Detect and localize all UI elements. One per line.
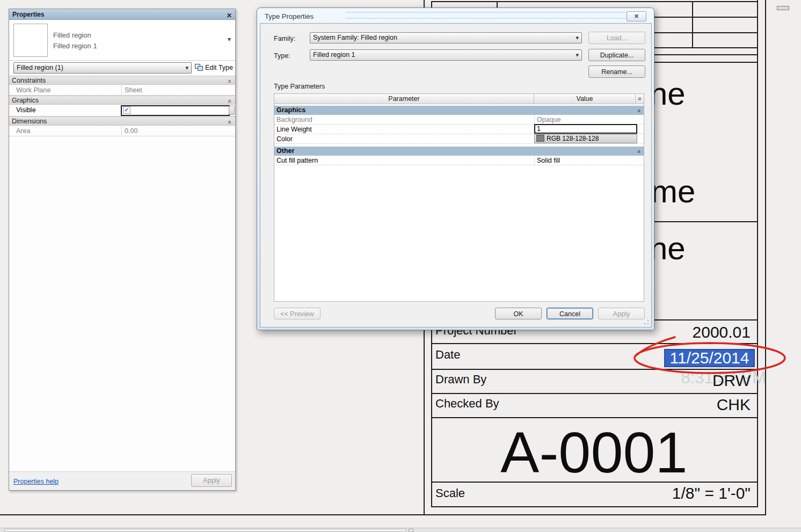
chevron-down-icon[interactable]: ▾ (228, 35, 231, 43)
color-value-text: RGB 128-128-128 (547, 135, 599, 142)
column-divider (121, 126, 122, 136)
associate-parameter-button[interactable] (229, 106, 235, 115)
red-ellipse-annotation (625, 329, 792, 382)
sheet-number-value[interactable]: A-0001 (431, 419, 757, 486)
edit-type-icon (195, 64, 203, 71)
properties-title: Properties (12, 11, 44, 18)
collapse-icon: « (225, 79, 234, 83)
row-value: Sheet (125, 85, 142, 95)
section-label: Constraints (12, 77, 46, 84)
properties-help-link[interactable]: Properties help (13, 478, 59, 485)
glass-reflection (346, 12, 646, 13)
duplicate-button[interactable]: Duplicate... (588, 49, 645, 61)
scale-label: Scale (435, 486, 465, 500)
checked-by-value[interactable]: CHK (591, 396, 751, 414)
preview-family-name: Filled region (53, 31, 91, 39)
dialog-title[interactable]: Type Properties (265, 12, 314, 20)
scrollbar-thumb[interactable] (4, 529, 406, 532)
type-label: Type: (274, 52, 290, 60)
section-header-dimensions[interactable]: Dimensions « (9, 116, 235, 126)
color-value-button[interactable]: RGB 128-128-128 (534, 134, 637, 143)
sheet-line (431, 1, 758, 2)
column-divider (121, 85, 122, 95)
chevron-down-icon: ▾ (185, 63, 188, 73)
type-parameters-table: Parameter Value = Graphics « Background … (274, 93, 644, 302)
ui-artifact (777, 6, 789, 10)
family-value: System Family: Filled region (313, 34, 397, 41)
chevron-down-icon: ▾ (576, 33, 579, 43)
scale-value: 1/8" = 1'-0" (591, 484, 751, 502)
family-dropdown[interactable]: System Family: Filled region ▾ (310, 32, 582, 43)
param-label: Line Weight (276, 125, 312, 134)
section-label: Graphics (12, 97, 39, 104)
collapse-icon: « (225, 120, 234, 124)
apply-button: Apply (598, 308, 645, 319)
titleblock-big-text: me (651, 173, 695, 210)
apply-button: Apply (191, 474, 232, 487)
property-row-visible: Visible ✔ (9, 105, 235, 116)
column-divider (534, 115, 535, 124)
section-label: Dimensions (12, 118, 47, 125)
collapse-icon: « (225, 99, 234, 103)
drawn-by-label: Drawn By (435, 373, 486, 387)
edit-type-button[interactable]: Edit Type (195, 62, 235, 74)
cancel-button[interactable]: Cancel (547, 308, 593, 319)
param-row-background: Background Opaque (274, 115, 644, 125)
dialog-close-icon[interactable]: ✕ (627, 11, 646, 21)
edit-type-label: Edit Type (205, 64, 233, 71)
param-label: Color (276, 134, 293, 144)
preview-type-name: Filled region 1 (53, 42, 97, 50)
scrollbar-notch (409, 529, 413, 532)
family-label: Family: (274, 35, 295, 42)
sheet-line (757, 0, 758, 507)
properties-titlebar[interactable]: Properties ✕ (9, 9, 235, 20)
param-value: Opaque (537, 115, 560, 125)
type-dropdown[interactable]: Filled region 1 ▾ (310, 49, 582, 61)
checked-by-label: Checked By (435, 397, 499, 411)
properties-palette: Properties ✕ Filled region Filled region… (9, 9, 236, 491)
line-weight-input[interactable]: 1 (534, 124, 637, 134)
row-label: Area (16, 126, 30, 136)
revit-drawing-area: ne me ne Project Number 2000.01 Date 8:3… (0, 0, 801, 532)
type-selector-value: Filled region (1) (17, 64, 63, 71)
equalize-column-header[interactable]: = (636, 94, 644, 104)
color-swatch-icon (536, 135, 544, 142)
palette-footer: Properties help Apply (9, 471, 235, 490)
value-column-header: Value (534, 94, 636, 104)
type-value: Filled region 1 (313, 51, 355, 59)
horizontal-scrollbar[interactable] (0, 528, 801, 532)
group-label: Other (276, 147, 294, 155)
sheet-line (431, 417, 758, 418)
row-value: 0.00 (125, 126, 137, 136)
element-preview-area: Filled region Filled region 1 ▾ (9, 20, 235, 61)
group-header-graphics[interactable]: Graphics « (274, 106, 644, 115)
visible-value-field[interactable]: ✔ (121, 105, 230, 116)
preview-button: << Preview (274, 308, 321, 319)
ok-button[interactable]: OK (495, 308, 542, 319)
resize-grip[interactable] (644, 319, 649, 325)
column-divider (534, 156, 535, 165)
param-value[interactable]: Solid fill (537, 156, 560, 165)
dialog-client-area: Family: System Family: Filled region ▾ L… (260, 23, 652, 327)
param-label: Background (276, 115, 312, 125)
parameter-column-header: Parameter (274, 94, 534, 104)
rename-button[interactable]: Rename... (588, 65, 645, 78)
property-row-area: Area 0.00 (9, 126, 235, 136)
sheet-line (431, 506, 758, 507)
section-header-graphics[interactable]: Graphics « (9, 96, 235, 105)
type-selector-dropdown[interactable]: Filled region (1) ▾ (13, 62, 192, 74)
titleblock-big-text: ne (650, 75, 686, 112)
load-button: Load... (588, 32, 645, 44)
section-header-constraints[interactable]: Constraints « (9, 76, 235, 85)
date-label: Date (435, 348, 460, 362)
group-header-other[interactable]: Other « (274, 147, 644, 156)
group-label: Graphics (276, 106, 305, 114)
sheet-line (0, 514, 766, 515)
sheet-line (431, 393, 758, 394)
type-parameters-label: Type Parameters (274, 83, 325, 90)
close-icon[interactable]: ✕ (227, 10, 232, 21)
param-row-cut-fill-pattern: Cut fill pattern Solid fill (274, 156, 644, 165)
sheet-line (692, 1, 693, 48)
sheet-line (765, 0, 766, 515)
checkbox-checked-icon[interactable]: ✔ (123, 106, 130, 114)
